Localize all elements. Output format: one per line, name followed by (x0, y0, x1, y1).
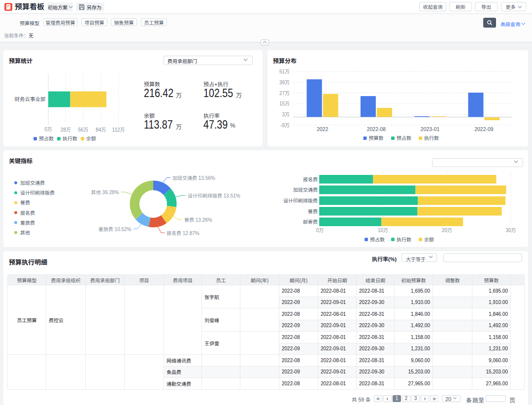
svg-text:其他 36.28%: 其他 36.28% (91, 190, 119, 195)
svg-text:27万: 27万 (279, 91, 290, 96)
svg-text:差旅费: 差旅费 (20, 220, 35, 226)
svg-text:84万: 84万 (96, 127, 106, 133)
svg-text:报名费 12.87%: 报名费 12.87% (166, 231, 200, 236)
svg-text:预占数: 预占数 (39, 136, 54, 141)
svg-text:邮寄费: 邮寄费 (303, 219, 318, 225)
svg-text:2022-08: 2022-08 (367, 126, 386, 132)
svg-text:预算数: 预算数 (369, 135, 384, 141)
svg-text:餐费: 餐费 (308, 209, 318, 214)
svg-text:执行数: 执行数 (424, 135, 439, 141)
svg-text:财务云事业部: 财务云事业部 (15, 96, 46, 102)
svg-text:餐费 13.26%: 餐费 13.26% (184, 217, 212, 223)
svg-text:30万: 30万 (505, 228, 516, 233)
svg-text:报名费: 报名费 (303, 177, 318, 182)
svg-text:56万: 56万 (78, 127, 88, 133)
svg-text:预占数: 预占数 (370, 237, 385, 242)
svg-text:执行数: 执行数 (63, 136, 77, 141)
svg-text:余额: 余额 (86, 136, 96, 141)
svg-text:0万: 0万 (44, 127, 52, 132)
svg-text:执行数: 执行数 (397, 237, 411, 242)
svg-text:报名费: 报名费 (20, 210, 35, 216)
svg-text:20万: 20万 (442, 228, 452, 233)
svg-text:设计印刷排版费: 设计印刷排版费 (283, 198, 318, 203)
svg-text:预占数: 预占数 (397, 135, 411, 141)
svg-text:2022-09: 2022-09 (474, 126, 494, 132)
svg-text:差旅费 10.52%: 差旅费 10.52% (99, 227, 132, 232)
svg-text:2022: 2022 (317, 126, 329, 132)
svg-text:51万: 51万 (279, 69, 290, 74)
svg-text:3万: 3万 (282, 112, 290, 117)
svg-text:112万: 112万 (112, 127, 125, 133)
svg-text:加班交通费 13.56%: 加班交通费 13.56% (172, 175, 215, 181)
svg-text:设计印刷排版费 13.51%: 设计印刷排版费 13.51% (188, 193, 240, 199)
svg-text:28万: 28万 (61, 127, 71, 133)
svg-text:加班交通费: 加班交通费 (20, 180, 45, 186)
svg-text:餐费: 餐费 (20, 200, 30, 205)
svg-text:-9万: -9万 (280, 123, 290, 128)
svg-text:余额: 余额 (424, 237, 434, 242)
svg-text:其他: 其他 (20, 230, 30, 236)
svg-text:10万: 10万 (378, 228, 388, 233)
svg-text:15万: 15万 (279, 101, 290, 106)
svg-text:加班交通费: 加班交通费 (293, 187, 318, 193)
svg-text:2023-01: 2023-01 (421, 126, 440, 132)
svg-text:0万: 0万 (316, 228, 324, 233)
svg-text:39万: 39万 (279, 80, 290, 85)
